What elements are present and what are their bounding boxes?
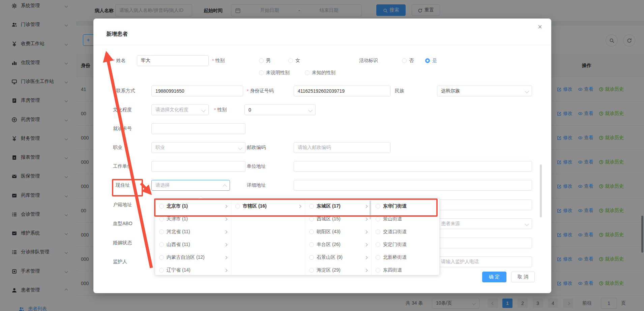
- cascader-option-label: 山西省 (11): [167, 242, 190, 248]
- chevron-right-icon: [224, 217, 228, 221]
- chevron-right-icon: [224, 205, 228, 208]
- active-no-radio[interactable]: 否: [402, 55, 414, 66]
- workaddr-input[interactable]: [294, 161, 532, 172]
- cascader-option-label: 内蒙古自治区 (12): [167, 254, 205, 260]
- marital-status-label: 婚姻状态: [113, 238, 132, 248]
- cascader-option[interactable]: 辽宁省 (14): [155, 264, 231, 277]
- active-flag-label: 活动标识: [359, 55, 378, 66]
- cascader-option[interactable]: 石景山区 (9): [305, 251, 371, 264]
- occupation-label: 职业: [113, 142, 122, 153]
- name-label: 姓名: [113, 55, 125, 66]
- chevron-up-icon: [223, 184, 227, 189]
- cascader-option[interactable]: 安定门街道: [372, 238, 440, 251]
- chevron-right-icon: [364, 205, 368, 208]
- registered-address-label: 户籍地址: [113, 199, 132, 210]
- radio-icon: [235, 204, 240, 209]
- cascader-option-label: 朝阳区 (43): [317, 229, 341, 235]
- workaddr-label: 单位地址: [247, 161, 266, 172]
- chevron-right-icon: [224, 256, 228, 259]
- chevron-right-icon: [224, 230, 228, 234]
- radio-icon: [376, 242, 380, 247]
- cascader-option-label: 东城区 (17): [317, 203, 341, 209]
- education-label: 文化程度: [113, 104, 132, 115]
- cascader-option[interactable]: 山西省 (11): [155, 238, 231, 251]
- confirm-button[interactable]: 确 定: [482, 272, 506, 282]
- guardian-phone-input[interactable]: 请输入监护人电话: [437, 256, 532, 267]
- cascader-option-label: 安定门街道: [383, 242, 407, 248]
- app-root: 系统管理门诊管理收费工作站住院管理门诊医生工作站库房管理药房管理财务管理X报表管…: [0, 0, 644, 311]
- cascader-option[interactable]: 景山街道: [372, 213, 440, 225]
- cascader-option[interactable]: 海淀区 (29): [305, 264, 371, 277]
- gender-male-radio[interactable]: 男: [259, 55, 271, 66]
- address-cascader-dropdown: 北京市 (1)天津市 (1)河北省 (11)山西省 (11)内蒙古自治区 (12…: [155, 198, 440, 275]
- cascader-option[interactable]: 朝阳区 (43): [305, 225, 371, 238]
- contact-input[interactable]: 19880991650: [151, 86, 243, 96]
- patient-source-select[interactable]: 患者来源: [437, 218, 532, 229]
- radio-icon: [376, 217, 380, 221]
- guardian-label: 监护人: [113, 256, 127, 267]
- radio-icon: [259, 70, 264, 75]
- cascader-option[interactable]: 东华门街道: [372, 200, 440, 213]
- cascader-option[interactable]: 丰台区 (26): [305, 238, 371, 251]
- chevron-right-icon: [364, 256, 368, 259]
- cascader-option-label: 景山街道: [383, 216, 402, 222]
- postcode-input[interactable]: 请输入邮政编码: [294, 142, 390, 153]
- cascader-option[interactable]: 东四街道: [372, 264, 440, 277]
- blood-type-label: 血型ABO: [113, 218, 133, 229]
- name-input[interactable]: 牢大: [137, 55, 209, 66]
- chevron-right-icon: [364, 230, 368, 234]
- marital-right-input[interactable]: [437, 238, 532, 248]
- cancel-button[interactable]: 取 消: [511, 272, 535, 282]
- cascader-option[interactable]: 交道口街道: [372, 225, 440, 238]
- radio-icon: [159, 268, 164, 273]
- chevron-down-icon: [525, 222, 529, 226]
- radio-icon: [159, 217, 164, 221]
- cascader-option-label: 河北省 (11): [167, 229, 190, 235]
- visit-card-input[interactable]: [151, 123, 245, 134]
- education-select[interactable]: 请选择文化程度: [151, 104, 209, 115]
- contact-value: 19880991650: [155, 88, 184, 94]
- guardian-phone-placeholder: 请输入监护人电话: [441, 259, 479, 265]
- cascader-column-2: 市辖区 (16): [231, 198, 305, 275]
- radio-icon: [376, 255, 380, 260]
- modal-scrollbar-thumb[interactable]: [540, 164, 542, 217]
- id-number-label: 身份证号码: [247, 86, 273, 96]
- radio-icon: [309, 217, 314, 221]
- radio-icon: [376, 268, 380, 273]
- cascader-option-label: 海淀区 (29): [317, 267, 341, 273]
- ethnicity-label: 民族: [395, 86, 404, 96]
- radio-icon: [309, 255, 314, 260]
- workunit-input[interactable]: [151, 161, 245, 172]
- cascader-option[interactable]: 天津市 (1): [155, 213, 231, 225]
- cascader-option[interactable]: 内蒙古自治区 (12): [155, 251, 231, 264]
- education-placeholder: 请选择文化程度: [155, 107, 188, 113]
- gender2-select[interactable]: 0: [244, 104, 316, 115]
- cascader-column-1: 北京市 (1)天津市 (1)河北省 (11)山西省 (11)内蒙古自治区 (12…: [155, 198, 231, 275]
- occupation-select[interactable]: 职业: [151, 142, 245, 153]
- radio-icon: [309, 242, 314, 247]
- id-number-input[interactable]: 411625192602039719: [294, 86, 390, 96]
- cascader-option[interactable]: 北新桥街道: [372, 251, 440, 264]
- cascader-option[interactable]: 河北省 (11): [155, 225, 231, 238]
- detail-address-input[interactable]: [294, 180, 532, 191]
- gender2-label: 性别: [214, 104, 227, 115]
- close-icon[interactable]: ×: [536, 21, 544, 33]
- chevron-down-icon: [308, 108, 313, 112]
- cascader-scrollbar-thumb[interactable]: [370, 200, 371, 219]
- active-yes-radio[interactable]: 是: [425, 55, 437, 66]
- radio-icon: [259, 58, 264, 63]
- current-address-cascader[interactable]: 请选择: [151, 180, 230, 191]
- ethnicity-select[interactable]: 达斡尔族: [437, 86, 532, 96]
- gender-unstated-radio[interactable]: 未说明性别: [259, 67, 290, 78]
- cascader-option[interactable]: 北京市 (1): [155, 200, 231, 213]
- workunit-label: 工作单位: [113, 161, 132, 172]
- cascader-option[interactable]: 东城区 (17): [305, 200, 371, 213]
- gender-female-radio[interactable]: 女: [288, 55, 300, 66]
- registered-address-input[interactable]: [437, 199, 532, 210]
- cascader-option[interactable]: 西城区 (15): [305, 213, 371, 225]
- chevron-right-icon: [224, 269, 228, 272]
- cascader-option-label: 交道口街道: [383, 229, 407, 235]
- radio-icon: [376, 229, 380, 234]
- gender-unknown-radio[interactable]: 未知的性别: [305, 67, 335, 78]
- cascader-option[interactable]: 市辖区 (16): [231, 200, 305, 213]
